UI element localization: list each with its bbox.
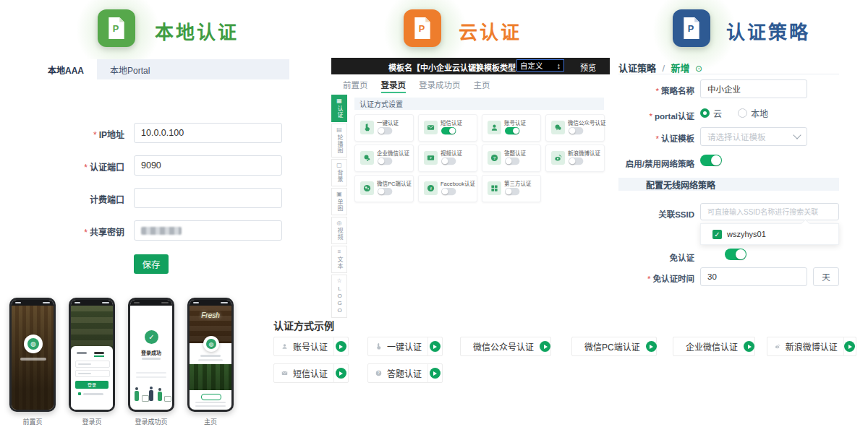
free-auth-time-input[interactable]	[700, 267, 807, 286]
wireless-section-header: 配置无线网络策略	[618, 178, 839, 191]
sms-auth-toggle[interactable]	[441, 127, 456, 134]
auth-template-label: *认证模板	[618, 132, 694, 144]
free-auth-toggle[interactable]	[725, 249, 746, 260]
video-auth-toggle[interactable]	[441, 158, 456, 165]
shared-key-input[interactable]	[134, 220, 282, 241]
play-icon[interactable]	[540, 341, 550, 352]
play-icon[interactable]	[646, 341, 657, 352]
ssid-option[interactable]: wszyhys01	[727, 230, 766, 238]
radio-local[interactable]: 本地	[738, 107, 768, 119]
wechat-official-auth-toggle[interactable]	[569, 127, 583, 134]
policy-name-input[interactable]	[700, 79, 807, 98]
svg-text:P: P	[688, 23, 694, 34]
mail-icon	[281, 368, 288, 378]
cloud-auth-doc-icon: P	[404, 9, 441, 47]
wifi-logo: ◍	[203, 336, 219, 352]
example-account-auth[interactable]: 账号认证	[273, 337, 349, 356]
example-wechat-pc-auth[interactable]: 微信PC端认证	[571, 337, 657, 356]
example-one-key-auth[interactable]: 一键认证	[367, 337, 443, 356]
phone-caption: 登录页	[69, 417, 115, 426]
example-wechat-official-auth[interactable]: 微信公众号认证	[460, 337, 551, 356]
enable-policy-toggle[interactable]	[700, 155, 722, 166]
facebook-auth-toggle[interactable]	[441, 188, 456, 195]
tab-local-aaa[interactable]: 本地AAA	[35, 59, 97, 79]
account-auth-icon	[488, 121, 501, 134]
tab-login-page[interactable]: 登录页	[381, 74, 407, 94]
shelf-photo	[190, 364, 231, 390]
sidebar-item-background[interactable]: ▢背景	[331, 159, 347, 186]
template-type-select[interactable]: 自定义↕	[516, 59, 564, 72]
example-weibo-auth[interactable]: 新浪微博认证	[767, 337, 856, 356]
ssid-checkbox[interactable]: ✓	[712, 230, 722, 239]
method-card: 企业微信认证	[354, 145, 414, 172]
sidebar-item-video[interactable]: ◎视频	[331, 217, 347, 244]
video-icon: ◎	[337, 220, 342, 226]
login-input[interactable]	[75, 361, 110, 368]
sidebar-item-auth[interactable]: ▦认证	[331, 95, 347, 122]
wechat-official-auth-icon	[551, 121, 565, 134]
one-key-auth-toggle[interactable]	[378, 127, 392, 134]
method-card: 微信公众号认证	[545, 114, 605, 142]
svg-text:f: f	[430, 186, 432, 191]
sidebar-item-single-image[interactable]: ▣单图	[331, 188, 347, 215]
weibo-auth-icon	[551, 151, 565, 165]
method-card: 账号认证	[482, 114, 541, 142]
sidebar-item-logo[interactable]: ☆LOGO	[331, 275, 347, 318]
ip-address-input[interactable]	[134, 123, 282, 143]
play-icon[interactable]	[744, 341, 754, 352]
ssid-dropdown: ✓ wszyhys01	[700, 223, 839, 245]
example-wecom-auth[interactable]: 企业微信认证	[673, 337, 755, 356]
wecom-auth-icon	[360, 151, 374, 165]
auth-template-select[interactable]: 请选择认证模板	[700, 127, 807, 146]
examples-title: 认证方式示例	[273, 318, 334, 332]
store-info-button[interactable]	[201, 394, 221, 400]
sidebar-item-carousel[interactable]: ▤轮播图	[331, 124, 347, 158]
third-party-auth-icon	[488, 181, 501, 195]
radio-cloud[interactable]: 云	[700, 107, 722, 119]
play-icon[interactable]	[430, 368, 441, 379]
breadcrumb-root: 认证策略	[618, 63, 656, 74]
svg-text:?: ?	[493, 156, 496, 160]
tab-login-success-page[interactable]: 登录成功页	[419, 74, 461, 94]
location-pin-icon: ⊙	[695, 64, 702, 74]
quiz-auth-toggle[interactable]	[505, 158, 519, 165]
login-panel: 登录	[71, 346, 113, 410]
local-auth-doc-icon: P	[98, 9, 135, 47]
play-icon[interactable]	[336, 368, 346, 379]
example-sms-auth[interactable]: 短信认证	[273, 363, 349, 383]
save-button[interactable]: 保存	[134, 254, 169, 274]
phone-mockup-home-page: Fresh ◍	[187, 298, 234, 412]
phone-login-button[interactable]: 登录	[75, 381, 109, 389]
breadcrumb-current[interactable]: 新增	[671, 63, 690, 74]
agree-checkbox[interactable]	[78, 392, 81, 395]
chevron-down-icon	[793, 131, 801, 139]
play-icon[interactable]	[336, 341, 346, 352]
billing-port-input[interactable]	[134, 188, 282, 208]
background-icon: ▢	[336, 163, 342, 168]
auth-port-input[interactable]	[134, 155, 282, 176]
third-party-auth-toggle[interactable]	[505, 188, 519, 195]
grid-icon: ▦	[336, 98, 342, 104]
password-input[interactable]	[75, 370, 110, 377]
account-auth-toggle[interactable]	[505, 127, 519, 134]
preview-button[interactable]: 预览	[580, 61, 596, 73]
tab-home-page[interactable]: 主页	[474, 74, 490, 94]
tab-local-portal[interactable]: 本地Portal	[97, 59, 163, 79]
breadcrumb-separator: /	[662, 63, 665, 74]
ssid-search-input[interactable]	[700, 203, 839, 220]
ssid-label: 关联SSID	[618, 208, 694, 220]
sidebar-item-text[interactable]: ≡文本	[331, 246, 347, 273]
play-icon[interactable]	[844, 341, 855, 352]
wechat-pc-auth-icon	[360, 181, 374, 195]
weibo-auth-toggle[interactable]	[569, 158, 583, 165]
wecom-auth-toggle[interactable]	[378, 158, 392, 165]
required-marker: *	[656, 87, 659, 95]
tab-front-page[interactable]: 前置页	[343, 74, 368, 94]
policy-doc-icon: P	[673, 9, 710, 47]
example-quiz-auth[interactable]: ? 答题认证	[367, 363, 443, 383]
auth-port-label: *认证端口	[29, 160, 124, 173]
play-icon[interactable]	[430, 341, 441, 352]
tab-underline	[94, 355, 104, 357]
phone-mockup-success-page: ✓ 登录成功	[128, 298, 174, 412]
wechat-pc-auth-toggle[interactable]	[378, 188, 392, 195]
